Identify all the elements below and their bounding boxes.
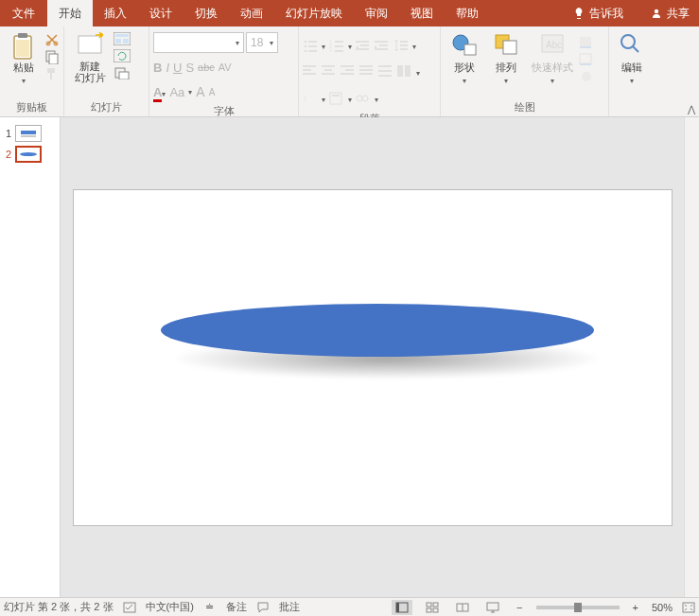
char-spacing-button[interactable]: AV [218,62,232,73]
underline-button[interactable]: U [173,61,182,75]
collapse-ribbon-icon[interactable]: ⋀ [688,104,695,114]
font-size-value: 18 [251,36,263,49]
group-drawing: 形状 ▾ 排列 ▾ Abc 快速样式 ▾ [441,26,609,116]
svg-rect-9 [50,73,52,79]
bold-button[interactable]: B [153,61,162,75]
normal-view-button[interactable] [392,600,412,615]
svg-point-60 [357,96,362,101]
italic-button[interactable]: I [166,61,169,75]
ribbon: 粘贴 ▾ 剪贴板 新建 幻灯片 [0,26,699,117]
section-icon[interactable] [114,66,129,81]
change-case-button[interactable]: Aa [169,85,184,99]
comments-button[interactable]: 批注 [279,600,300,614]
zoom-slider-thumb[interactable] [574,603,582,612]
copy-icon[interactable] [44,49,60,64]
editing-button[interactable]: 编辑 ▾ [613,28,651,85]
tell-me-label[interactable]: 告诉我 [589,6,623,22]
shape-outline-icon[interactable] [579,53,594,68]
svg-rect-30 [335,50,343,52]
align-left-icon[interactable] [303,65,318,80]
vertical-scrollbar[interactable] [684,117,699,597]
tab-help[interactable]: 帮助 [445,0,490,26]
bullets-icon[interactable] [303,39,318,54]
convert-smartart-icon[interactable] [356,92,371,107]
shrink-font-button[interactable]: A [209,87,216,97]
tab-transitions[interactable]: 切换 [183,0,229,26]
indent-increase-icon[interactable] [375,39,390,54]
shape-fill-icon[interactable] [579,36,594,51]
strikethrough-button[interactable]: abc [198,62,215,73]
sorter-view-button[interactable] [422,600,443,615]
svg-rect-52 [378,65,392,67]
notes-button[interactable]: 备注 [226,600,247,614]
svg-rect-40 [303,65,316,67]
align-text-icon[interactable] [329,92,344,107]
font-color-button[interactable]: A▾ [153,85,166,99]
line-spacing-icon[interactable] [393,39,409,54]
group-font: ▾ 18 ▾ B I U S abc AV A▾ Aa ▾ A A [149,26,299,116]
zoom-slider[interactable] [536,606,620,609]
numbering-icon[interactable]: 123 [329,39,344,54]
slide-canvas[interactable] [73,189,673,526]
share-button[interactable]: 共享 [667,6,690,22]
slide-thumbnail-2[interactable]: 2 [0,144,60,165]
tab-view[interactable]: 视图 [399,0,445,26]
fit-to-window-icon[interactable] [682,601,695,614]
tab-home[interactable]: 开始 [47,0,93,26]
zoom-out-button[interactable]: − [513,602,526,613]
columns-icon[interactable] [397,65,412,80]
thumbnail-preview-1 [15,125,42,142]
tab-slideshow[interactable]: 幻灯片放映 [274,0,354,26]
shape-effects-icon[interactable] [579,70,594,85]
svg-rect-10 [79,36,101,53]
shapes-button[interactable]: 形状 ▾ [445,28,484,85]
align-right-icon[interactable] [341,65,356,80]
arrange-button[interactable]: 排列 ▾ [486,28,526,85]
svg-rect-51 [359,73,373,75]
tab-design[interactable]: 设计 [138,0,183,26]
svg-point-21 [305,45,307,48]
tab-review[interactable]: 审阅 [354,0,399,26]
align-center-icon[interactable] [322,65,337,80]
svg-rect-3 [16,40,29,57]
shadow-button[interactable]: S [185,61,194,75]
svg-rect-35 [379,44,388,46]
indent-decrease-icon[interactable] [356,39,371,54]
reset-icon[interactable] [114,49,129,64]
slide-area[interactable] [61,117,684,597]
layout-icon[interactable] [114,32,129,47]
group-editing: 编辑 ▾ [609,26,655,116]
notes-icon: ≐ [203,601,217,614]
font-name-combo[interactable]: ▾ [153,32,244,53]
svg-rect-45 [322,73,335,75]
tab-animations[interactable]: 动画 [229,0,274,26]
svg-rect-56 [405,65,411,77]
svg-rect-49 [359,65,373,67]
zoom-in-button[interactable]: + [629,602,642,613]
font-size-combo[interactable]: 18 ▾ [246,32,278,53]
slide-counter[interactable]: 幻灯片 第 2 张，共 2 张 [4,600,114,614]
svg-text:3: 3 [329,48,332,52]
shapes-label: 形状 [454,61,475,75]
new-slide-button[interactable]: 新建 幻灯片 [68,28,112,83]
spellcheck-icon[interactable] [123,601,136,614]
language-label[interactable]: 中文(中国) [146,600,194,614]
slideshow-view-button[interactable] [482,600,503,615]
distribute-icon[interactable] [378,65,393,80]
align-justify-icon[interactable] [359,65,375,80]
reading-view-button[interactable] [452,600,473,615]
text-direction-icon[interactable]: ↕ [303,92,318,107]
paste-label: 粘贴 [13,61,34,75]
zoom-percent[interactable]: 50% [652,602,673,613]
svg-rect-85 [487,603,498,610]
paste-button[interactable]: 粘贴 ▾ [4,28,43,85]
tab-file[interactable]: 文件 [0,0,47,26]
grow-font-button[interactable]: A [196,84,204,99]
tab-insert[interactable]: 插入 [93,0,138,26]
slide-thumbnail-1[interactable]: 1 [0,123,60,144]
ellipse-shape[interactable] [161,304,594,357]
format-painter-icon[interactable] [44,66,60,81]
quick-styles-button[interactable]: Abc 快速样式 ▾ [528,28,577,85]
svg-rect-63 [464,44,476,55]
cut-icon[interactable] [44,32,60,47]
